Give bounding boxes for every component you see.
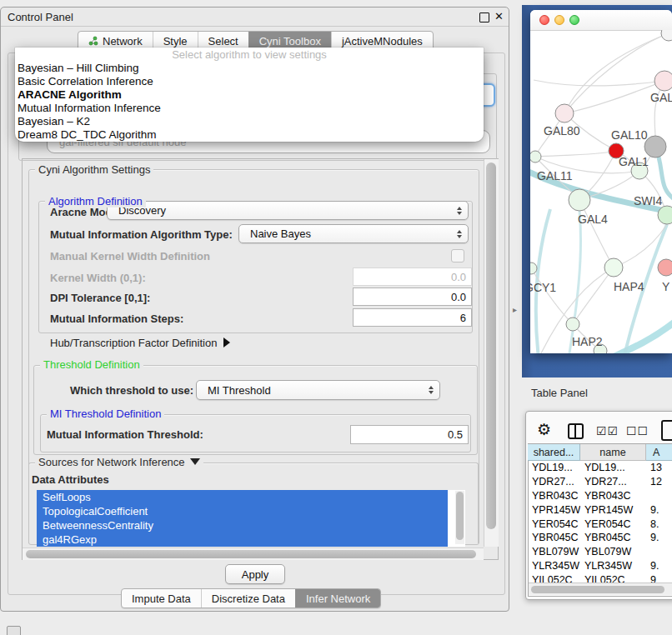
network-node[interactable] — [555, 104, 574, 122]
sources-title[interactable]: Sources for Network Inference — [35, 456, 203, 468]
unselect-all-columns-icon[interactable]: ☐☐ — [626, 424, 649, 438]
network-node[interactable] — [566, 318, 579, 331]
dpi-tolerance-field[interactable]: 0.0 — [353, 288, 472, 306]
attributes-list-scrollbar[interactable] — [455, 491, 464, 544]
attributes-scrollbar-thumb[interactable] — [456, 492, 464, 540]
column-header-partial[interactable]: A — [646, 444, 672, 461]
dpi-tolerance-value: 0.0 — [451, 291, 466, 303]
which-threshold-combobox[interactable]: MI Threshold — [196, 380, 440, 400]
tab-impute-data[interactable]: Impute Data — [122, 589, 201, 608]
network-node[interactable] — [658, 259, 672, 276]
table-cell: YDR27... — [580, 476, 646, 488]
table-horizontal-scrollbar[interactable] — [529, 582, 672, 595]
threshold-definition-title: Threshold Definition — [40, 358, 143, 371]
window-minimize-button[interactable] — [554, 15, 564, 25]
aracne-mode-combobox[interactable]: Discovery — [107, 201, 469, 220]
table-row[interactable]: YBR045CYBR045C9. — [528, 531, 672, 545]
float-window-icon[interactable] — [479, 12, 489, 22]
tab-style-label: Style — [163, 35, 188, 48]
select-all-columns-icon[interactable]: ☑☑ — [596, 424, 619, 438]
table-row[interactable]: YLR345WYLR345W9. — [528, 559, 672, 573]
gear-icon[interactable]: ⚙ — [537, 420, 551, 438]
tab-discretize-data-label: Discretize Data — [212, 592, 285, 605]
table-cell: YBR043C — [528, 490, 580, 502]
apply-button[interactable]: Apply — [225, 564, 285, 584]
manual-kernel-width-checkbox[interactable] — [451, 249, 464, 262]
cyni-bottom-tabbar: Impute Data Discretize Data Infer Networ… — [121, 588, 381, 608]
network-canvas[interactable]: GALGAL80GAL10GAL1GAL11GAL4SWI4GCY1HAP4YH… — [530, 30, 672, 353]
algorithm-definition-title: Algorithm Definition — [45, 195, 146, 208]
import-table-icon[interactable] — [661, 420, 672, 441]
collapse-arrow-icon — [190, 458, 200, 465]
table-row[interactable]: YPR145WYPR145W9. — [528, 502, 672, 517]
show-columns-icon[interactable] — [568, 423, 584, 439]
table-cell: 8. — [646, 518, 672, 530]
data-attribute-item[interactable]: SelfLoops — [37, 490, 448, 504]
network-view-window: GALGAL80GAL10GAL1GAL11GAL4SWI4GCY1HAP4YH… — [530, 10, 672, 353]
table-cell: YBL079W — [528, 546, 580, 558]
algorithm-option[interactable]: Bayesian – Hill Climbing — [15, 62, 484, 75]
data-attribute-item[interactable]: gal4RGexp — [37, 532, 448, 547]
network-node[interactable] — [661, 30, 672, 41]
split-pane-collapse-icon[interactable]: ▸ — [513, 305, 517, 314]
vertical-scrollbar-thumb[interactable] — [486, 162, 496, 529]
network-node-label: GAL4 — [578, 212, 608, 226]
table-row[interactable]: YDL19...YDL19...13 — [528, 461, 672, 475]
table-cell: 9. — [646, 560, 672, 572]
network-node[interactable] — [530, 262, 537, 274]
mi-steps-field[interactable]: 6 — [353, 308, 472, 327]
table-row[interactable]: YBL079WYBL079W — [528, 545, 672, 559]
kernel-width-field[interactable]: 0.0 — [353, 268, 472, 286]
data-attribute-item[interactable]: TopologicalCoefficient — [37, 504, 448, 518]
tab-discretize-data[interactable]: Discretize Data — [201, 589, 295, 608]
kernel-width-label: Kernel Width (0,1): — [50, 272, 146, 284]
apply-button-label: Apply — [242, 568, 269, 581]
table-panel-title: Table Panel — [531, 387, 588, 399]
network-node-label: GAL80 — [544, 124, 580, 138]
network-window-titlebar[interactable] — [530, 10, 672, 31]
table-cell: 9 — [646, 574, 672, 582]
table-cell: YLR345W — [528, 560, 580, 572]
network-node[interactable] — [604, 258, 623, 277]
mi-threshold-field[interactable]: 0.5 — [350, 425, 469, 444]
table-cell: YBL079W — [580, 546, 646, 558]
network-edges — [530, 33, 672, 353]
cyni-algorithm-settings-title: Cyni Algorithm Settings — [35, 163, 153, 176]
tab-infer-network[interactable]: Infer Network — [295, 589, 380, 608]
settings-vertical-scrollbar[interactable] — [484, 159, 499, 547]
network-node[interactable] — [569, 189, 590, 211]
table-row[interactable]: YER054CYER054C8. — [528, 517, 672, 531]
close-icon[interactable]: ✕ — [494, 10, 504, 22]
data-attribute-item[interactable]: BetweennessCentrality — [37, 518, 448, 532]
hub-definition-label: Hub/Transcription Factor Definition — [50, 337, 217, 349]
which-threshold-label: Which threshold to use: — [70, 384, 193, 397]
column-header-name[interactable]: name — [580, 444, 646, 461]
network-node-label: GAL11 — [537, 169, 573, 182]
settings-horizontal-scrollbar[interactable] — [23, 548, 484, 560]
algorithm-dropdown-popup: Select algorithm to view settings Bayesi… — [15, 48, 484, 142]
window-zoom-button[interactable] — [569, 15, 579, 25]
screen: Control Panel ✕ Network Style Select Cyn… — [0, 0, 672, 635]
algorithm-option[interactable]: Dream8 DC_TDC Algorithm — [15, 128, 484, 142]
mi-algorithm-type-combobox[interactable]: Naive Bayes — [238, 224, 469, 243]
network-node[interactable] — [530, 151, 541, 162]
window-close-button[interactable] — [539, 15, 549, 25]
horizontal-scrollbar-thumb[interactable] — [26, 550, 476, 558]
algorithm-dropdown-placeholder: Select algorithm to view settings — [15, 48, 484, 62]
table-row[interactable]: YIL052CYIL052C9 — [528, 572, 672, 582]
column-header-shared-name[interactable]: shared... — [528, 444, 580, 461]
algorithm-option[interactable]: Mutual Information Inference — [15, 102, 484, 115]
table-row[interactable]: YDR27...YDR27...12 — [528, 475, 672, 489]
algorithm-option[interactable]: Basic Correlation Inference — [15, 75, 484, 88]
table-scrollbar-thumb[interactable] — [531, 586, 664, 593]
table-row[interactable]: YBR043CYBR043C — [528, 489, 672, 503]
algorithm-option[interactable]: Bayesian – K2 — [15, 115, 484, 128]
algorithm-option[interactable]: ARACNE Algorithm — [15, 88, 484, 102]
network-node[interactable] — [658, 206, 672, 224]
network-node[interactable] — [654, 71, 672, 91]
control-panel-title: Control Panel — [8, 11, 73, 23]
table-cell: YDL19... — [580, 462, 646, 473]
minimized-panel-icon[interactable] — [7, 626, 21, 635]
hub-definition-expander[interactable]: Hub/Transcription Factor Definition — [50, 337, 230, 349]
algorithm-dropdown-list: Bayesian – Hill ClimbingBasic Correlatio… — [15, 62, 484, 142]
